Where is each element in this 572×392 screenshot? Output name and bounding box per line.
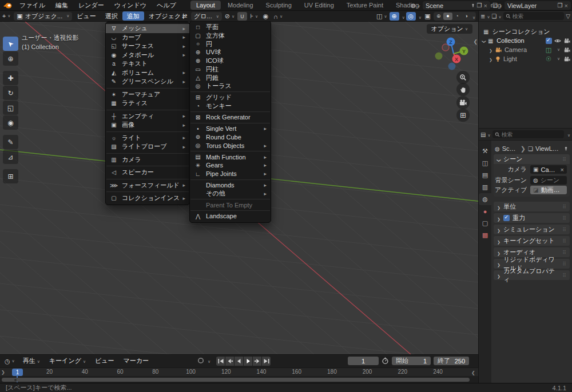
outliner-row-camera[interactable]: Camera ◫: [479, 45, 572, 54]
menu-item-アーマチュア[interactable]: ✶アーマチュア: [106, 90, 189, 99]
properties-search-input[interactable]: [502, 131, 562, 138]
breadcrumb-viewlayer[interactable]: ViewLa...: [535, 145, 561, 152]
drag-dots-icon[interactable]: [562, 204, 566, 210]
tool-select-box[interactable]: ➤: [3, 37, 18, 51]
gizmo-dropdown[interactable]: [400, 13, 405, 20]
topbar-menu-0[interactable]: ファイル: [14, 0, 50, 10]
timeline-scrollbar[interactable]: [2, 378, 470, 382]
properties-tab-render[interactable]: ◫: [479, 157, 491, 169]
transform-pivot-icon[interactable]: ⇄: [180, 12, 189, 21]
timeline-menu-0[interactable]: 再生: [18, 356, 45, 366]
workspace-tab-modeling[interactable]: Modeling: [222, 1, 259, 10]
unlink-scene-icon[interactable]: ×: [483, 2, 487, 9]
menu-item-テキスト[interactable]: aテキスト: [106, 59, 189, 69]
gravity-checkbox[interactable]: [503, 215, 510, 221]
camera-expand-icon[interactable]: [489, 46, 492, 53]
properties-editor-type-button[interactable]: ▤: [480, 131, 491, 138]
pin-icon[interactable]: [563, 146, 569, 152]
menu-item-メッシュ[interactable]: ∇メッシュ: [106, 24, 189, 33]
drag-dots-icon[interactable]: [562, 157, 566, 162]
scene-browse-icon[interactable]: ◍: [411, 2, 420, 9]
menu-item-平面[interactable]: □平面: [190, 23, 271, 31]
tool-measure[interactable]: ⊿: [3, 150, 18, 164]
drag-dots-icon[interactable]: [562, 261, 566, 267]
pivot-point-dropdown[interactable]: ⊘: [224, 12, 236, 21]
menu-item-landscape[interactable]: ⋀Landscape: [190, 212, 271, 221]
menu-item-サーフェス[interactable]: ◱サーフェス: [106, 42, 189, 51]
viewlayer-browse-icon[interactable]: ❏: [492, 2, 502, 9]
properties-options-dropdown[interactable]: [566, 131, 570, 138]
overlays-dropdown[interactable]: [417, 13, 422, 20]
menu-item-その他[interactable]: その他: [190, 189, 271, 198]
light-render-icon[interactable]: [563, 57, 571, 62]
new-scene-icon[interactable]: ❐: [477, 2, 482, 9]
menu-item-single-vert[interactable]: •Single Vert: [190, 125, 271, 133]
workspace-tab-texture-paint[interactable]: Texture Paint: [341, 1, 389, 10]
breadcrumb-scene[interactable]: Sce...: [502, 145, 518, 152]
drag-dots-icon[interactable]: [562, 215, 566, 221]
region-collapse-icon[interactable]: ❮: [473, 39, 478, 45]
menu-item-ico球[interactable]: ⊗ICO球: [190, 57, 271, 65]
menu-item-diamonds[interactable]: Diamonds: [190, 181, 271, 190]
menu-item-グリースペンシル[interactable]: ✎グリースペンシル: [106, 77, 189, 86]
panel-header-カスタムプロパティ[interactable]: カスタムプロパティ: [494, 270, 570, 280]
menu-item-round-cube[interactable]: ⊚Round Cube: [190, 133, 271, 142]
workspace-tab-sculpting[interactable]: Sculpting: [260, 1, 297, 10]
show-overlays-toggle[interactable]: ◎: [406, 12, 416, 21]
tool-move[interactable]: ✚: [3, 71, 18, 85]
properties-tab-tool[interactable]: ⚒: [479, 145, 491, 157]
toggle-perspective-button[interactable]: ⊞: [456, 109, 470, 122]
collection-checkbox[interactable]: [545, 38, 553, 44]
menu-item-カーブ[interactable]: ◡カーブ: [106, 33, 189, 42]
outliner-editor-type-button[interactable]: ≣: [480, 13, 490, 19]
shading-rendered-button[interactable]: ◑: [462, 13, 471, 20]
topbar-menu-2[interactable]: レンダー: [73, 0, 109, 10]
outliner-search[interactable]: [503, 12, 565, 20]
falloff-dropdown[interactable]: ∩: [272, 12, 284, 21]
tool-add-cube[interactable]: ⊞: [3, 169, 18, 183]
collection-render-icon[interactable]: [563, 38, 571, 43]
menu-item-メタボール[interactable]: ◉メタボール: [106, 51, 189, 60]
drag-dots-icon[interactable]: [562, 250, 566, 255]
jump-to-start-button[interactable]: [216, 357, 225, 366]
menu-item-ライト[interactable]: ☼ライト: [106, 134, 189, 143]
frame-end-field[interactable]: 終了 250: [434, 357, 469, 365]
menu-item-ライトプローブ[interactable]: ▨ライトプローブ: [106, 142, 189, 151]
scene-selector[interactable]: Scene ❐ ×: [423, 1, 490, 10]
panel-header-重力[interactable]: 重力: [494, 213, 570, 223]
remove-viewlayer-icon[interactable]: ×: [565, 2, 568, 9]
tool-rotate[interactable]: ↻: [3, 86, 18, 100]
menu-item-gears[interactable]: ✳Gears: [190, 161, 271, 170]
current-frame-field[interactable]: 1: [348, 357, 379, 365]
viewport-3d[interactable]: ユーザー・透視投影 (1) Collection ➤⊕✚↻◱◉✎⊿⊞ オプション…: [0, 22, 478, 354]
menu-view[interactable]: ビュー: [72, 11, 101, 21]
mode-dropdown[interactable]: ▣ オブジェク...: [14, 12, 72, 21]
keying-dropdown[interactable]: [206, 357, 210, 364]
panel-scene-header[interactable]: シーン: [494, 154, 570, 164]
move-view-button[interactable]: [456, 83, 470, 96]
camera-hide-toggle[interactable]: [554, 47, 562, 52]
orientation-dropdown[interactable]: グロ...: [191, 12, 222, 21]
menu-item-スピーカー[interactable]: ◁スピーカー: [106, 168, 189, 177]
tool-transform[interactable]: ◉: [3, 115, 18, 130]
properties-tab-scene[interactable]: ◍: [479, 193, 491, 205]
timeline-menu-2[interactable]: ビュー: [90, 356, 119, 366]
menu-item-円[interactable]: ○円: [190, 40, 271, 49]
menu-item-フォースフィールド[interactable]: ⋙フォースフィールド: [106, 181, 189, 190]
camera-render-icon[interactable]: [563, 47, 571, 53]
drag-dots-icon[interactable]: [562, 227, 566, 233]
menu-item-立方体[interactable]: ▢立方体: [190, 31, 271, 40]
shading-material-button[interactable]: ◔: [452, 13, 462, 20]
menu-add[interactable]: 追加: [122, 11, 144, 21]
gizmo-axis-neg-y[interactable]: [435, 53, 443, 60]
camera-id-field[interactable]: ▣ Camera: [530, 165, 567, 174]
jump-to-end-button[interactable]: [262, 357, 271, 366]
viewlayer-selector[interactable]: ViewLayer ❐ ×: [505, 1, 571, 10]
active-clip-button[interactable]: ◪ 動画クリップ: [530, 186, 567, 194]
tool-cursor[interactable]: ⊕: [3, 51, 18, 66]
properties-tab-world[interactable]: ●: [479, 205, 491, 217]
background-scene-field[interactable]: ◍ シーン: [530, 176, 567, 185]
topbar-menu-1[interactable]: 編集: [50, 0, 73, 10]
panel-header-キーイングセット[interactable]: キーイングセット: [494, 236, 570, 246]
drag-dots-icon[interactable]: [562, 273, 566, 278]
